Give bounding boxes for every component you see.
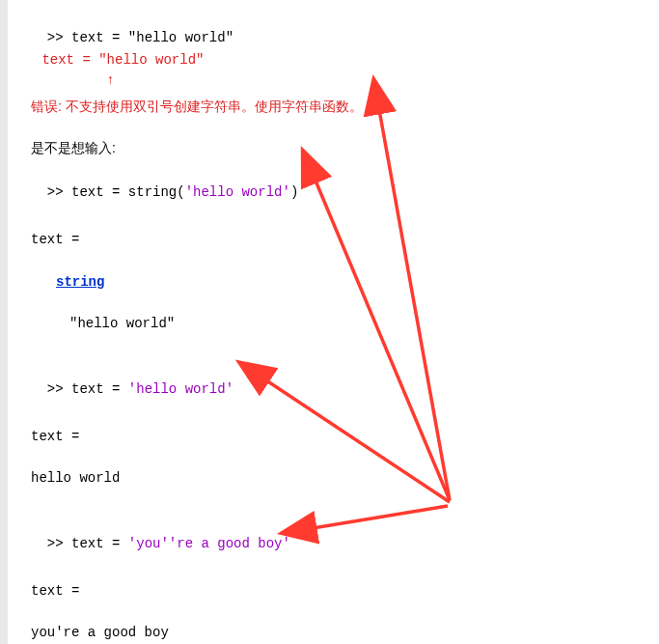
string-link[interactable]: string (56, 272, 104, 293)
output-label-3: text = (31, 581, 636, 602)
error-message: 错误: 不支持使用双引号创建字符串。使用字符串函数。 (31, 97, 636, 117)
assign-text: text = (71, 381, 128, 397)
prompt-symbol: >> (47, 184, 71, 200)
command-line-2: >> text = string('hello world') (31, 162, 636, 203)
prompt-symbol: >> (47, 30, 71, 45)
suggestion-label: 是不是想输入: (31, 138, 636, 158)
assign-text: text = string( (71, 184, 185, 200)
output-value-2: hello world (31, 468, 636, 489)
string-literal: "hello world" (128, 30, 233, 45)
output-label-1: text = (31, 230, 636, 250)
output-label-2: text = (31, 427, 636, 447)
command-line-4: >> text = 'you''re a good boy' (31, 514, 636, 554)
prompt-symbol: >> (47, 381, 71, 397)
string-literal: 'hello world' (128, 381, 233, 397)
command-line-1: >> text = "hello world" (31, 8, 636, 48)
error-echo-line: text = "hello world" (34, 50, 636, 70)
output-value-1: "hello world" (69, 314, 636, 334)
assign-text: text = (71, 30, 128, 45)
assign-text: text = (71, 536, 128, 551)
close-paren: ) (290, 184, 298, 200)
string-literal: 'you''re a good boy' (128, 536, 290, 551)
prompt-symbol: >> (47, 536, 71, 551)
error-caret: ↑ (106, 70, 636, 91)
output-value-3: you're a good boy (31, 623, 636, 643)
string-literal: 'hello world' (185, 184, 290, 200)
command-line-3: >> text = 'hello world' (31, 359, 636, 400)
